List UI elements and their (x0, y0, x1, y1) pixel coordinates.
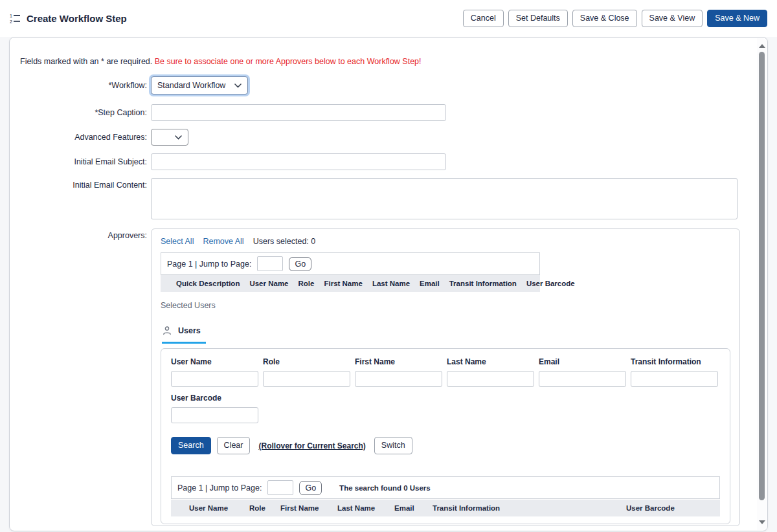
search-jump-page-input[interactable] (267, 480, 293, 495)
chevron-down-icon (175, 135, 182, 140)
col-first-name: First Name (324, 280, 362, 287)
workflow-select[interactable]: Standard Workflow (151, 76, 248, 94)
required-notice: Fields marked with an * are required. Be… (20, 57, 738, 66)
approvers-jump-page-input[interactable] (257, 256, 283, 271)
approvers-pagination: Page 1 | Jump to Page: Go (161, 252, 540, 275)
svg-text:1: 1 (10, 14, 12, 18)
col-user-barcode: User Barcode (526, 280, 575, 287)
search-table-header: User Name Role First Name Last Name Emai… (171, 500, 720, 516)
search-first-name-label: First Name (355, 357, 442, 366)
col-user-name: User Name (249, 280, 288, 287)
save-new-button[interactable]: Save & New (707, 10, 767, 27)
search-user-name-input[interactable] (171, 371, 258, 387)
tab-users[interactable]: Users (162, 326, 206, 344)
search-pagination: Page 1 | Jump to Page: Go The search fou… (171, 476, 720, 499)
select-all-link[interactable]: Select All (161, 237, 194, 246)
page-title-wrap: 1 2 Create Workflow Step (10, 13, 127, 24)
col-user-name: User Name (189, 504, 249, 512)
approvers-table-header: Quick Description User Name Role First N… (161, 275, 540, 292)
workflow-select-value: Standard Workflow (157, 81, 225, 90)
search-role-input[interactable] (263, 371, 350, 387)
clear-button[interactable]: Clear (217, 437, 251, 454)
search-transit-information-label: Transit Information (631, 357, 718, 366)
approvers-go-button[interactable]: Go (289, 257, 311, 271)
advanced-features-label: Advanced Features: (20, 133, 151, 142)
search-role-label: Role (263, 357, 350, 366)
search-user-name-label: User Name (171, 357, 258, 366)
col-transit-information: Transit Information (433, 504, 626, 512)
scrollbar-thumb[interactable] (759, 52, 765, 500)
col-last-name: Last Name (337, 504, 394, 512)
users-selected-count: Users selected: 0 (253, 237, 316, 246)
col-quick-description: Quick Description (176, 280, 240, 287)
save-close-button[interactable]: Save & Close (572, 10, 637, 27)
col-email: Email (394, 504, 433, 512)
col-role: Role (249, 504, 280, 512)
search-last-name-input[interactable] (447, 371, 534, 387)
person-icon (162, 326, 172, 336)
search-last-name-label: Last Name (447, 357, 534, 366)
search-first-name-input[interactable] (355, 371, 442, 387)
scroll-down-arrow-icon[interactable] (759, 520, 765, 524)
set-defaults-button[interactable]: Set Defaults (508, 10, 568, 27)
initial-email-subject-input[interactable] (151, 153, 446, 170)
col-first-name: First Name (280, 504, 337, 512)
remove-all-link[interactable]: Remove All (203, 237, 243, 246)
col-role: Role (298, 280, 315, 287)
required-text: Fields marked with an * are required. (20, 57, 155, 66)
header-actions: Cancel Set Defaults Save & Close Save & … (463, 10, 767, 27)
tab-users-label: Users (178, 326, 201, 335)
search-go-button[interactable]: Go (299, 481, 322, 495)
advanced-features-select[interactable] (151, 129, 188, 146)
search-email-input[interactable] (539, 371, 626, 387)
page-title: Create Workflow Step (27, 13, 127, 24)
selected-users-label: Selected Users (161, 301, 730, 310)
chevron-down-icon (234, 83, 242, 88)
step-caption-input[interactable] (151, 104, 446, 121)
vertical-scrollbar[interactable] (757, 38, 767, 530)
initial-email-subject-label: Initial Email Subject: (20, 157, 151, 166)
main-panel: Fields marked with an * are required. Be… (9, 37, 768, 531)
search-email-label: Email (539, 357, 626, 366)
col-email: Email (420, 280, 440, 287)
svg-text:2: 2 (10, 19, 12, 24)
user-search-panel: User Name Role First Name Last Name (161, 348, 730, 524)
search-page-text: Page 1 | Jump to Page: (177, 483, 262, 493)
step-caption-label: *Step Caption: (20, 108, 151, 117)
search-user-barcode-input[interactable] (171, 407, 258, 423)
cancel-button[interactable]: Cancel (463, 10, 504, 27)
rollover-current-search-link[interactable]: (Rollover for Current Search) (258, 441, 365, 450)
approvers-label: Approvers: (20, 228, 151, 240)
numbered-list-icon: 1 2 (10, 13, 21, 24)
approvers-box: Select All Remove All Users selected: 0 … (151, 228, 740, 526)
col-last-name: Last Name (372, 280, 410, 287)
save-view-button[interactable]: Save & View (642, 10, 703, 27)
switch-button[interactable]: Switch (374, 437, 412, 454)
search-user-barcode-label: User Barcode (171, 393, 258, 403)
search-button[interactable]: Search (171, 437, 211, 454)
form-content: Fields marked with an * are required. Be… (10, 38, 767, 526)
warning-text: Be sure to associate one or more Approve… (155, 57, 422, 66)
workflow-label: *Workflow: (20, 81, 151, 90)
initial-email-content-textarea[interactable] (151, 178, 738, 219)
top-bar: 1 2 Create Workflow Step Cancel Set Defa… (0, 0, 777, 37)
search-result-text: The search found 0 Users (339, 484, 431, 492)
initial-email-content-label: Initial Email Content: (20, 178, 151, 190)
scroll-up-arrow-icon[interactable] (759, 44, 765, 48)
col-user-barcode: User Barcode (626, 504, 720, 512)
col-transit-information: Transit Information (449, 280, 517, 287)
search-transit-information-input[interactable] (631, 371, 718, 387)
approvers-page-text: Page 1 | Jump to Page: (167, 260, 251, 269)
